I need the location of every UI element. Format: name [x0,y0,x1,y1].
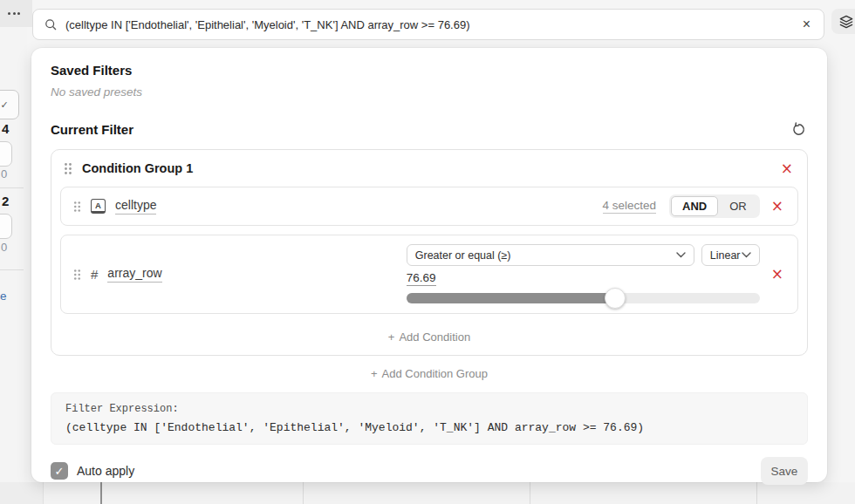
celltype-field-link[interactable]: celltype [115,198,156,215]
drag-handle-icon[interactable] [73,201,81,213]
layers-button[interactable] [831,9,855,34]
filter-expression-box: Filter Expression: (celltype IN ['Endoth… [51,392,808,445]
scale-select[interactable]: Linear [701,244,760,266]
add-condition-label: Add Condition [399,330,470,344]
add-condition-group-button[interactable]: +Add Condition Group [51,367,808,380]
table-column-divider [530,482,530,504]
table-column-divider [756,482,757,504]
condition-group: Condition Group 1 × A celltype 4 selecte… [51,149,808,356]
filter-panel: Saved Filters No saved presets Current F… [31,48,827,482]
drag-handle-icon[interactable] [64,162,72,175]
table-column-divider [100,482,102,504]
table-column-divider [303,482,304,504]
ellipsis-icon [8,12,10,15]
plus-icon: + [388,330,395,344]
sidebar-value-fragment: 4 [2,121,9,136]
background-sidebar: ✓ 4 0 2 0 e [0,27,27,482]
ellipsis-icon [17,12,20,15]
background-table-gutter [0,482,44,504]
scale-value: Linear [710,249,741,262]
operator-value: Greater or equal (≥) [415,249,511,262]
save-filter-button[interactable]: Save [761,457,808,485]
chevron-down-icon [742,252,751,258]
sidebar-value-fragment: 0 [1,241,7,254]
sidebar-value-fragment: 2 [2,194,9,208]
current-filter-heading: Current Filter [51,122,133,137]
chevron-down-icon [676,252,686,258]
threshold-slider[interactable] [407,292,760,304]
categorical-type-icon: A [91,199,106,214]
numeric-type-icon: # [91,267,98,282]
selected-values-link[interactable]: 4 selected [603,199,657,214]
ellipsis-menu-button[interactable] [0,0,32,27]
search-icon [44,17,58,31]
filter-search-bar[interactable]: × [32,9,824,40]
condition-row-array-row: # array_row Greater or equal (≥) Linear [60,235,798,314]
filter-expression-label: Filter Expression: [65,403,793,415]
check-icon: ✓ [55,465,65,478]
remove-group-button[interactable]: × [779,161,795,176]
sidebar-input-fragment[interactable] [0,214,12,239]
background-table [0,482,855,504]
layers-icon [838,13,855,31]
divider [0,269,24,270]
search-input[interactable] [65,18,792,31]
ellipsis-icon [13,12,16,15]
slider-fill [407,293,615,303]
slider-handle[interactable] [605,288,626,309]
remove-condition-button[interactable]: × [770,267,785,282]
plus-icon: + [371,367,378,380]
add-condition-group-label: Add Condition Group [382,367,488,380]
and-or-toggle: AND OR [669,194,760,218]
reset-filter-button[interactable] [790,120,808,139]
condition-row-celltype: A celltype 4 selected AND OR × [60,187,798,226]
drag-handle-icon[interactable] [73,269,81,281]
auto-apply-label: Auto apply [77,464,134,478]
filter-expression-text: (celltype IN ['Endothelial', 'Epithelial… [65,421,793,434]
reset-icon [791,122,806,137]
sidebar-input-fragment[interactable] [0,141,12,167]
divider [0,187,24,188]
auto-apply-checkbox[interactable]: ✓ [51,462,68,480]
threshold-value-link[interactable]: 76.69 [407,271,436,286]
sidebar-link-fragment[interactable]: e [0,289,7,303]
array-row-field-link[interactable]: array_row [107,266,161,283]
and-toggle-button[interactable]: AND [671,196,718,216]
add-condition-button[interactable]: +Add Condition [60,323,798,355]
sidebar-dropdown-fragment[interactable]: ✓ [0,90,19,119]
condition-group-title: Condition Group 1 [82,161,770,175]
operator-select[interactable]: Greater or equal (≥) [407,244,694,266]
sidebar-value-fragment: 0 [1,167,7,180]
check-icon: ✓ [0,99,8,111]
no-saved-presets-text: No saved presets [51,85,808,99]
saved-filters-heading: Saved Filters [51,63,808,78]
or-toggle-button[interactable]: OR [718,196,758,216]
clear-search-icon[interactable]: × [800,16,813,33]
remove-condition-button[interactable]: × [770,199,785,214]
